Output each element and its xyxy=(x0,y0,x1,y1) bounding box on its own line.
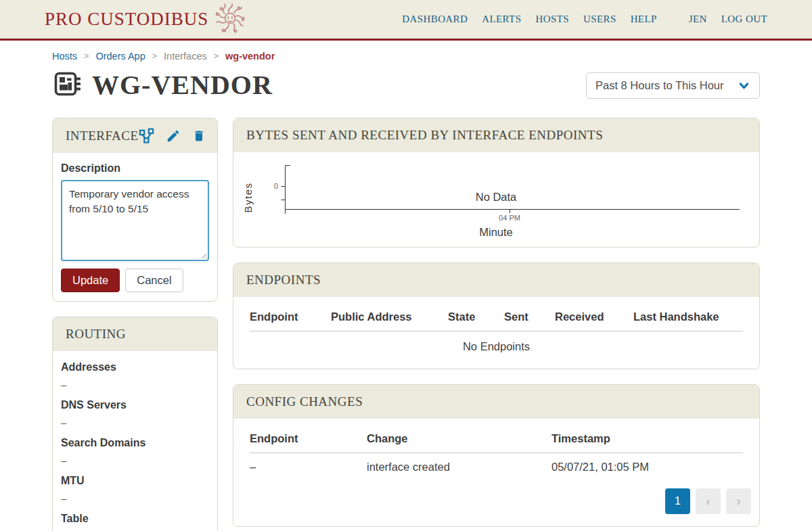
left-column: INTERFACE xyxy=(52,118,218,531)
interface-panel-body: Description Temporary vendor access from… xyxy=(53,153,217,301)
breadcrumb-separator: > xyxy=(214,51,219,61)
page-header: WG-VENDOR Past 8 Hours to This Hour xyxy=(52,68,760,102)
breadcrumb-orders-app[interactable]: Orders App xyxy=(95,51,145,62)
bytes-chart-title: BYTES SENT AND RECEIVED BY INTERFACE END… xyxy=(233,118,759,152)
nav-alerts[interactable]: ALERTS xyxy=(482,14,521,25)
breadcrumb-separator: > xyxy=(152,51,157,61)
endpoints-panel: ENDPOINTS Endpoint Public Address State … xyxy=(233,262,760,369)
cell-timestamp: 05/07/21, 01:05 PM xyxy=(551,461,743,474)
routing-field-mtu: MTU – xyxy=(61,475,209,504)
description-input[interactable]: Temporary vendor access from 5/10 to 5/1… xyxy=(61,180,209,261)
bytes-chart-panel: BYTES SENT AND RECEIVED BY INTERFACE END… xyxy=(233,118,760,248)
config-changes-table: Endpoint Change Timestamp – interface cr… xyxy=(233,419,759,526)
routing-panel-title: ROUTING xyxy=(66,327,126,342)
interface-actions xyxy=(139,128,206,143)
chart-xlabel: Minute xyxy=(479,226,513,238)
config-changes-header: CONFIG CHANGES xyxy=(233,385,759,419)
chevron-down-icon xyxy=(738,79,750,92)
medusa-ornament-icon xyxy=(215,3,245,37)
x-tick-04pm: 04 PM xyxy=(499,214,520,222)
col-endpoint: Endpoint xyxy=(250,432,367,445)
interface-chip-icon xyxy=(52,68,83,102)
interface-panel-title: INTERFACE xyxy=(66,129,139,143)
col-sent: Sent xyxy=(504,310,555,323)
cancel-button[interactable]: Cancel xyxy=(125,269,183,292)
col-received: Received xyxy=(555,310,633,323)
bytes-chart: 0 04 PM No Data Minute Bytes xyxy=(233,152,759,247)
col-last-handshake: Last Handshake xyxy=(633,310,743,323)
endpoints-panel-header: ENDPOINTS xyxy=(233,263,759,297)
cell-endpoint: – xyxy=(250,461,367,474)
routing-field-addresses: Addresses – xyxy=(61,361,209,390)
cell-change: interface created xyxy=(367,461,551,474)
config-change-row: – interface created 05/07/21, 01:05 PM xyxy=(250,453,743,479)
col-endpoint: Endpoint xyxy=(250,310,331,323)
routing-panel-header: ROUTING xyxy=(53,317,217,351)
trash-icon[interactable] xyxy=(192,129,206,143)
chart-ylabel: Bytes xyxy=(242,182,254,212)
routing-panel-body: Addresses – DNS Servers – Search Domains… xyxy=(53,351,217,531)
network-fork-icon[interactable] xyxy=(139,128,154,143)
main-nav: DASHBOARD ALERTS HOSTS USERS HELP JEN LO… xyxy=(402,14,767,25)
top-bar: PRO CUSTODIBUS DASHBOARD ALERTS HOSTS US… xyxy=(0,0,812,41)
prev-page-button[interactable]: ‹ xyxy=(696,488,721,514)
page-title: WG-VENDOR xyxy=(92,72,273,99)
main-content: INTERFACE xyxy=(52,118,760,531)
page-1-button[interactable]: 1 xyxy=(665,488,690,514)
chart-axes: 0 04 PM No Data Minute Bytes xyxy=(233,152,759,247)
config-changes-panel: CONFIG CHANGES Endpoint Change Timestamp… xyxy=(233,384,760,527)
breadcrumb-separator: > xyxy=(84,51,89,61)
time-range-value: Past 8 Hours to This Hour xyxy=(595,79,724,92)
breadcrumb-current-wg-vendor: wg-vendor xyxy=(225,51,275,62)
nav-log-out[interactable]: LOG OUT xyxy=(721,14,767,25)
config-changes-title: CONFIG CHANGES xyxy=(246,394,363,409)
col-change: Change xyxy=(367,432,551,445)
pagination: 1 ‹ › xyxy=(250,488,751,514)
next-page-button[interactable]: › xyxy=(726,488,751,514)
description-label: Description xyxy=(61,162,209,175)
col-timestamp: Timestamp xyxy=(551,432,743,445)
time-range-dropdown[interactable]: Past 8 Hours to This Hour xyxy=(586,72,760,99)
routing-field-table: Table xyxy=(61,513,209,525)
nav-hosts[interactable]: HOSTS xyxy=(535,14,569,25)
interface-panel: INTERFACE xyxy=(52,118,218,302)
nav-dashboard[interactable]: DASHBOARD xyxy=(402,14,468,25)
right-column: BYTES SENT AND RECEIVED BY INTERFACE END… xyxy=(233,118,760,527)
breadcrumb: Hosts > Orders App > Interfaces > wg-ven… xyxy=(0,41,812,62)
breadcrumb-hosts[interactable]: Hosts xyxy=(52,51,77,62)
edit-pencil-icon[interactable] xyxy=(166,129,181,143)
col-state: State xyxy=(448,310,504,323)
endpoints-table-header: Endpoint Public Address State Sent Recei… xyxy=(250,305,743,331)
config-changes-table-header: Endpoint Change Timestamp xyxy=(250,427,743,453)
brand-logo[interactable]: PRO CUSTODIBUS xyxy=(45,9,208,30)
nav-help[interactable]: HELP xyxy=(631,14,657,25)
endpoints-empty-message: No Endpoints xyxy=(250,331,743,356)
y-tick-zero: 0 xyxy=(274,182,278,190)
routing-panel: ROUTING Addresses – DNS Servers – Search… xyxy=(52,317,218,531)
chart-empty-message: No Data xyxy=(476,191,517,203)
col-public-address: Public Address xyxy=(331,310,448,323)
endpoints-panel-title: ENDPOINTS xyxy=(246,273,321,287)
nav-user-jen[interactable]: JEN xyxy=(689,14,707,25)
interface-panel-header: INTERFACE xyxy=(53,118,217,153)
breadcrumb-interfaces: Interfaces xyxy=(164,51,207,62)
update-button[interactable]: Update xyxy=(61,269,120,292)
endpoints-table: Endpoint Public Address State Sent Recei… xyxy=(233,297,759,369)
routing-field-dns-servers: DNS Servers – xyxy=(61,399,209,428)
routing-field-search-domains: Search Domains – xyxy=(61,437,209,466)
nav-users[interactable]: USERS xyxy=(583,14,616,25)
